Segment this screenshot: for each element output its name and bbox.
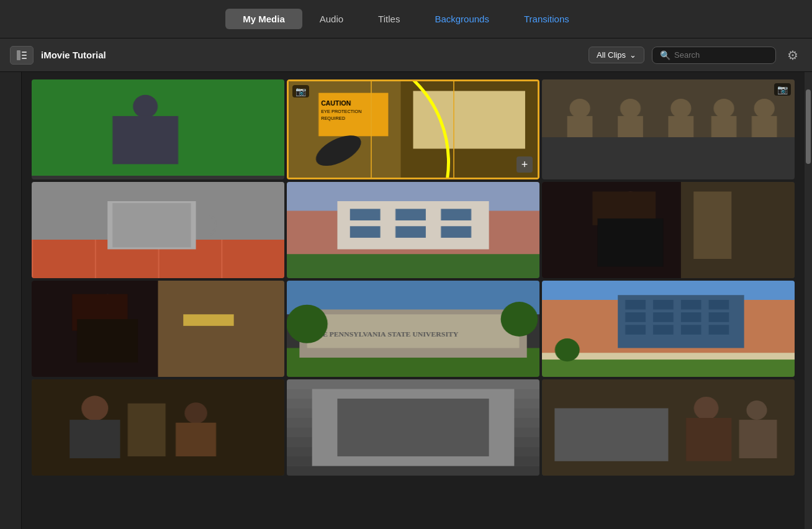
scrollbar-thumb[interactable] [806, 89, 811, 164]
gear-button[interactable]: ⚙ [783, 46, 802, 65]
clip-green-screen[interactable] [32, 79, 284, 179]
clip-campus2[interactable] [542, 281, 795, 377]
svg-rect-1 [22, 52, 27, 53]
gear-icon: ⚙ [787, 48, 798, 63]
grid-row-3 [32, 281, 795, 377]
clip-workshop4[interactable] [542, 379, 795, 476]
media-grid[interactable]: 📷 + 📷 [22, 72, 805, 529]
clip-woman-black[interactable] [542, 182, 795, 278]
grid-row-1: 📷 + 📷 [32, 79, 795, 179]
tab-backgrounds[interactable]: Backgrounds [417, 9, 507, 29]
search-box[interactable]: 🔍 [652, 47, 776, 64]
svg-rect-3 [22, 58, 27, 59]
chevron-down-icon: ⌄ [629, 50, 636, 60]
tab-my-media[interactable]: My Media [225, 9, 302, 29]
grid-row-4 [32, 379, 795, 476]
tab-titles[interactable]: Titles [361, 9, 417, 29]
content-area: 📷 + 📷 [0, 72, 812, 529]
clip-workshop3[interactable] [32, 379, 284, 476]
clip-caution[interactable]: 📷 + [287, 79, 539, 179]
scrollbar[interactable] [805, 72, 812, 529]
camera-badge-2: 📷 [774, 83, 791, 96]
left-sidebar-strip [0, 72, 22, 529]
add-to-timeline-button[interactable]: + [517, 156, 533, 173]
library-title: iMovie Tutorial [41, 50, 581, 60]
all-clips-button[interactable]: All Clips ⌄ [589, 47, 644, 63]
clip-woman2[interactable] [32, 281, 284, 377]
toolbar: iMovie Tutorial All Clips ⌄ 🔍 ⚙ [0, 38, 812, 72]
grid-row-2 [32, 182, 795, 278]
tab-audio[interactable]: Audio [302, 9, 361, 29]
svg-rect-2 [22, 55, 27, 56]
clip-factory-workers[interactable]: 📷 [542, 79, 795, 179]
clip-metal-mug[interactable] [32, 182, 284, 278]
clip-psu-sign[interactable] [287, 281, 539, 377]
clip-gray3[interactable] [287, 379, 539, 476]
all-clips-label: All Clips [597, 50, 626, 60]
search-icon: 🔍 [660, 50, 670, 60]
clip-building[interactable] [287, 182, 539, 278]
svg-rect-0 [17, 50, 20, 60]
camera-badge: 📷 [292, 85, 309, 97]
sidebar-toggle-button[interactable] [10, 46, 34, 65]
tab-transitions[interactable]: Transitions [507, 9, 587, 29]
nav-bar: My Media Audio Titles Backgrounds Transi… [0, 0, 812, 38]
search-input[interactable] [674, 50, 761, 60]
